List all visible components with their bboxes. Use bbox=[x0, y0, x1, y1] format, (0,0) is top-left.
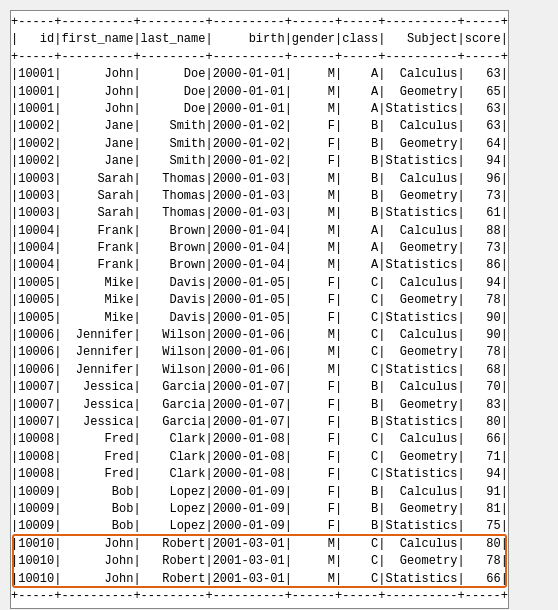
data-table-pre: +-----+----------+---------+----------+-… bbox=[10, 10, 509, 609]
main-container: +-----+----------+---------+----------+-… bbox=[10, 10, 509, 609]
